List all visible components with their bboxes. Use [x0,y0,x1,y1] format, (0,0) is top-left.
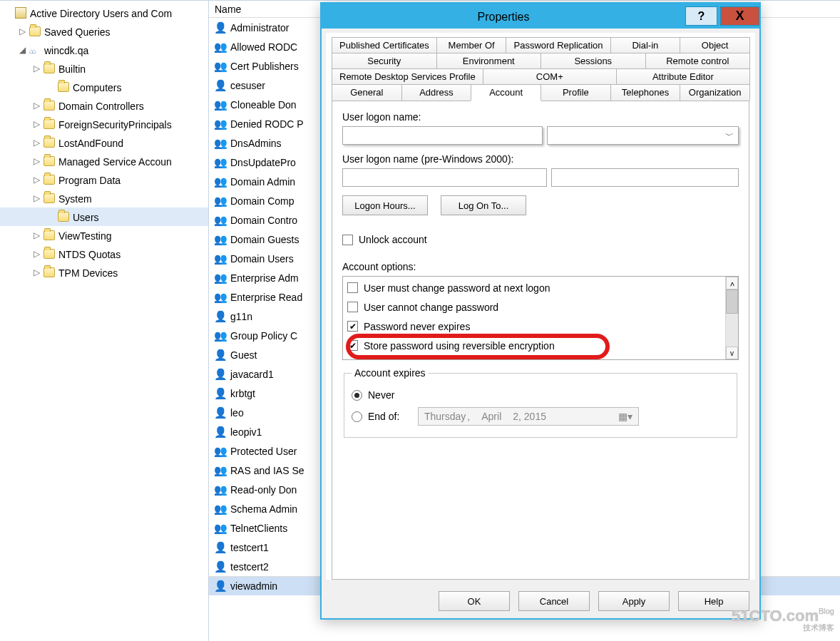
option-label: Store password using reversible encrypti… [364,340,555,352]
expander-icon[interactable]: ▷ [31,175,41,185]
tab-published-certificates[interactable]: Published Certificates [332,37,437,53]
pre2000-user-input[interactable] [551,168,739,187]
tab-remote-desktop-services-profile[interactable]: Remote Desktop Services Profile [332,68,483,84]
tab-password-replication[interactable]: Password Replication [506,37,610,53]
tab-sessions[interactable]: Sessions [541,53,646,68]
logon-domain-combo[interactable]: ﹀ [547,126,739,145]
tree-item[interactable]: ▷Domain Controllers [0,96,208,115]
expander-icon[interactable]: ▷ [31,156,41,166]
expander-icon[interactable]: ▷ [31,101,41,111]
user-icon: 👤 [213,579,227,593]
expander-icon[interactable]: ▷ [31,249,41,259]
expander-icon[interactable]: ▷ [31,119,41,129]
tab-account[interactable]: Account [471,84,541,101]
user-icon: 👤 [213,560,227,574]
scroll-down-icon[interactable]: v [726,347,738,359]
tab-com-[interactable]: COM+ [483,68,617,84]
properties-dialog: Properties ? X Published CertificatesMem… [320,2,761,620]
list-item-label: TelnetClients [230,523,287,534]
option-checkbox[interactable]: ✔ [347,321,358,332]
tree-item[interactable]: ▷ForeignSecurityPrincipals [0,115,208,133]
tree-item[interactable]: ▷LostAndFound [0,133,208,152]
list-item-label: Domain Comp [230,195,294,207]
folder-icon [43,99,56,112]
group-icon: 👥 [213,329,227,343]
pre2000-domain-input[interactable] [342,168,547,187]
help-button[interactable]: Help [678,591,749,611]
list-item-label: Cert Publishers [230,61,299,72]
scroll-up-icon[interactable]: ʌ [726,277,738,289]
tree-item[interactable]: ▷NTDS Quotas [0,245,208,263]
logon-name-input[interactable] [342,126,543,145]
scroll-thumb[interactable] [726,289,738,314]
list-item-label: Denied RODC P [230,118,304,130]
tab-security[interactable]: Security [332,53,437,68]
list-item-label: Enterprise Adm [230,272,299,284]
tree-item-label: ViewTesting [58,230,111,242]
ad-root-icon [14,6,27,19]
expires-endof-label: End of: [368,411,412,422]
folder-icon [43,266,56,279]
account-expires-group: Account expires Never End of: Thursday ,… [344,367,737,438]
tab-general[interactable]: General [332,84,402,101]
option-checkbox[interactable] [347,302,358,312]
tree-item-label: Users [73,211,99,223]
tree-item-label: ForeignSecurityPrincipals [58,118,172,130]
logon-hours-button[interactable]: Logon Hours... [342,195,428,215]
titlebar: Properties ? X [322,4,759,29]
close-button[interactable]: X [720,6,759,26]
help-button[interactable]: ? [685,6,717,26]
expander-icon[interactable]: ▷ [31,63,41,73]
expander-icon[interactable]: ▷ [31,230,41,240]
expires-endof-radio[interactable] [352,411,362,422]
list-item-label: Domain Guests [230,234,299,245]
tab-object[interactable]: Object [680,37,750,53]
tab-attribute-editor[interactable]: Attribute Editor [616,68,750,84]
apply-button[interactable]: Apply [598,591,670,611]
dialog-title: Properties [322,9,685,24]
tree-item[interactable]: ▷Saved Queries [0,22,208,41]
expander-icon[interactable]: ▷ [31,267,41,277]
folder-icon [29,25,41,38]
tab-dial-in[interactable]: Dial-in [610,37,681,53]
ok-button[interactable]: OK [439,591,510,611]
tree-item[interactable]: ▷Program Data [0,170,208,189]
group-icon: 👥 [213,290,227,304]
folder-icon [43,118,56,130]
user-icon: 👤 [213,348,227,362]
expander-icon[interactable]: ◢ [17,45,27,55]
expander-icon[interactable]: ▷ [17,26,27,36]
tab-member-of[interactable]: Member Of [436,37,507,53]
tab-environment[interactable]: Environment [436,53,542,68]
tree-item-label: Builtin [58,63,86,75]
log-on-to-button[interactable]: Log On To... [441,195,526,215]
tree-item[interactable]: Computers [0,78,208,96]
tab-profile[interactable]: Profile [541,84,611,101]
option-checkbox[interactable] [347,282,358,293]
tree-item[interactable]: ▷Managed Service Accoun [0,152,208,170]
tab-remote-control[interactable]: Remote control [645,53,751,68]
tree-item[interactable]: ▷ViewTesting [0,226,208,245]
tree-item-label: TPM Devices [58,267,118,279]
unlock-account-checkbox[interactable] [342,235,353,245]
tree-item[interactable]: ◢wincdk.qa [0,41,208,59]
option-checkbox[interactable]: ✔ [347,340,358,351]
expander-icon[interactable]: ▷ [31,138,41,148]
tab-telephones[interactable]: Telephones [610,84,681,101]
user-icon: 👤 [213,309,227,324]
expires-date-picker[interactable]: Thursday , April 2, 2015 ▦▾ [418,407,639,426]
expires-never-radio[interactable] [352,390,362,401]
tab-organization[interactable]: Organization [680,84,750,101]
tab-address[interactable]: Address [401,84,472,101]
tree-item[interactable]: ▷System [0,189,208,207]
cancel-button[interactable]: Cancel [518,591,590,611]
date-sep: , [467,411,470,422]
expander-icon[interactable]: ▷ [31,193,41,203]
tree-root[interactable]: Active Directory Users and Com [0,4,208,22]
tree-item[interactable]: Users [0,207,208,226]
tree-item[interactable]: ▷TPM Devices [0,263,208,282]
tree-pane: Active Directory Users and Com ▷Saved Qu… [0,1,209,641]
account-option-row: ✔Store password using reversible encrypt… [347,336,721,355]
tree-item[interactable]: ▷Builtin [0,59,208,78]
options-scrollbar[interactable]: ʌ v [725,277,738,359]
